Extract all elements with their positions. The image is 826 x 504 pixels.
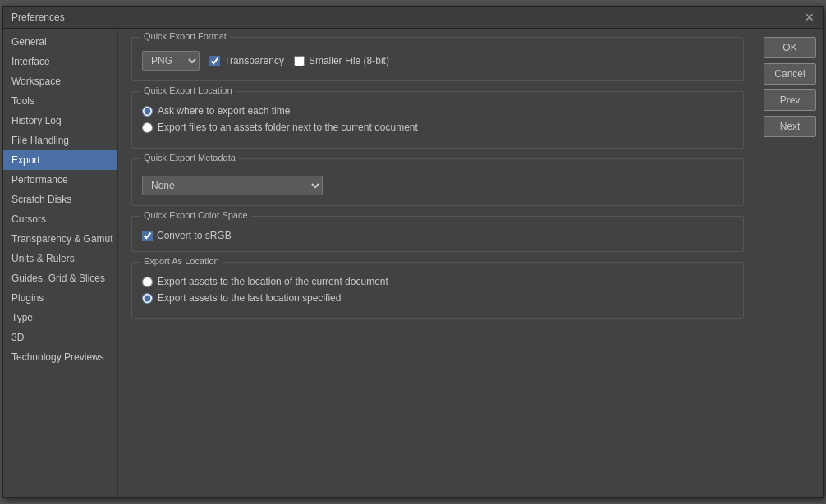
convert-srgb-label[interactable]: Convert to sRGB — [142, 230, 733, 241]
assets-radio-text: Export files to an assets folder next to… — [158, 121, 418, 133]
sidebar-item-technology-previews[interactable]: Technology Previews — [3, 347, 117, 367]
sidebar-item-history-log[interactable]: History Log — [3, 111, 117, 131]
ask-radio[interactable] — [142, 106, 153, 117]
sidebar-item-export[interactable]: Export — [3, 150, 117, 170]
export-as-location-section: Export As Location Export assets to the … — [131, 262, 744, 319]
transparency-label: Transparency — [224, 55, 284, 66]
sidebar-item-scratch-disks[interactable]: Scratch Disks — [3, 190, 117, 209]
sidebar-item-workspace[interactable]: Workspace — [3, 71, 117, 91]
smaller-file-checkbox-label[interactable]: Smaller File (8-bit) — [294, 55, 389, 66]
title-bar: Preferences ✕ — [3, 7, 823, 29]
assets-radio-label[interactable]: Export files to an assets folder next to… — [142, 121, 733, 133]
quick-export-format-section: Quick Export Format PNGJPEGGIFSVG Transp… — [131, 37, 744, 81]
sidebar-item-units-rulers[interactable]: Units & Rulers — [3, 249, 117, 268]
dialog-body: GeneralInterfaceWorkspaceToolsHistory Lo… — [3, 29, 823, 497]
sidebar-item-transparency-gamut[interactable]: Transparency & Gamut — [3, 229, 117, 249]
export-as-location-content: Export assets to the location of the cur… — [142, 276, 733, 304]
smaller-file-label: Smaller File (8-bit) — [309, 55, 389, 66]
sidebar: GeneralInterfaceWorkspaceToolsHistory Lo… — [3, 29, 118, 497]
last-location-radio[interactable] — [142, 293, 153, 304]
smaller-file-checkbox[interactable] — [294, 56, 305, 66]
format-select[interactable]: PNGJPEGGIFSVG — [142, 51, 200, 71]
sidebar-item-file-handling[interactable]: File Handling — [3, 131, 117, 150]
last-location-radio-text: Export assets to the last location speci… — [158, 292, 341, 304]
quick-export-metadata-content: NoneCopyrightCopyright & Contact InfoAll — [142, 172, 733, 195]
last-location-radio-label[interactable]: Export assets to the last location speci… — [142, 292, 733, 304]
quick-export-location-label: Quick Export Location — [140, 85, 236, 95]
quick-export-location-content: Ask where to export each time Export fil… — [142, 105, 733, 133]
assets-radio[interactable] — [142, 122, 153, 133]
main-content: Quick Export Format PNGJPEGGIFSVG Transp… — [118, 29, 757, 497]
format-row: PNGJPEGGIFSVG Transparency Smaller File … — [142, 51, 733, 71]
convert-srgb-text: Convert to sRGB — [157, 230, 232, 241]
prev-button[interactable]: Prev — [764, 89, 816, 111]
sidebar-item-general[interactable]: General — [3, 32, 117, 52]
convert-srgb-checkbox[interactable] — [142, 231, 153, 241]
current-doc-radio-label[interactable]: Export assets to the location of the cur… — [142, 276, 733, 287]
cancel-button[interactable]: Cancel — [764, 63, 816, 85]
quick-export-format-label: Quick Export Format — [140, 31, 230, 41]
sidebar-item-type[interactable]: Type — [3, 308, 117, 328]
sidebar-item-cursors[interactable]: Cursors — [3, 209, 117, 229]
ask-radio-label[interactable]: Ask where to export each time — [142, 105, 733, 117]
sidebar-item-interface[interactable]: Interface — [3, 52, 117, 71]
quick-export-color-space-content: Convert to sRGB — [142, 230, 733, 241]
close-button[interactable]: ✕ — [805, 11, 815, 23]
export-as-location-label: Export As Location — [140, 256, 223, 266]
quick-export-metadata-section: Quick Export Metadata NoneCopyrightCopyr… — [131, 158, 744, 206]
sidebar-item-3d[interactable]: 3D — [3, 328, 117, 347]
next-button[interactable]: Next — [764, 116, 816, 137]
ask-radio-text: Ask where to export each time — [158, 105, 290, 117]
metadata-select[interactable]: NoneCopyrightCopyright & Contact InfoAll — [142, 176, 323, 195]
quick-export-color-space-section: Quick Export Color Space Convert to sRGB — [131, 216, 744, 252]
dialog-title: Preferences — [11, 11, 65, 23]
sidebar-item-performance[interactable]: Performance — [3, 170, 117, 190]
transparency-checkbox[interactable] — [209, 56, 220, 66]
ok-button[interactable]: OK — [764, 37, 816, 58]
preferences-dialog: Preferences ✕ GeneralInterfaceWorkspaceT… — [2, 6, 824, 498]
quick-export-format-content: PNGJPEGGIFSVG Transparency Smaller File … — [142, 51, 733, 71]
current-doc-radio[interactable] — [142, 277, 153, 287]
quick-export-location-section: Quick Export Location Ask where to expor… — [131, 91, 744, 149]
sidebar-item-guides-grid-slices[interactable]: Guides, Grid & Slices — [3, 268, 117, 288]
transparency-checkbox-label[interactable]: Transparency — [209, 55, 284, 66]
quick-export-color-space-label: Quick Export Color Space — [140, 210, 251, 220]
quick-export-metadata-label: Quick Export Metadata — [140, 153, 239, 163]
current-doc-radio-text: Export assets to the location of the cur… — [158, 276, 388, 287]
sidebar-item-tools[interactable]: Tools — [3, 91, 117, 111]
sidebar-item-plugins[interactable]: Plugins — [3, 288, 117, 308]
buttons-panel: OK Cancel Prev Next — [757, 29, 823, 497]
